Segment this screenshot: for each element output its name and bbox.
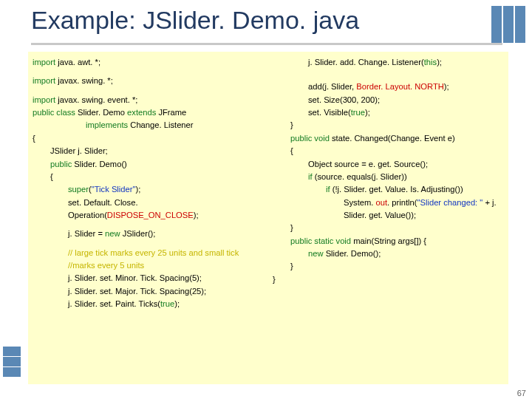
code-line: } — [273, 273, 504, 286]
code-line: new Slider. Demo(); — [273, 248, 504, 260]
code-line: import java. awt. *; — [33, 56, 264, 69]
code-line: System. out. println("Slider changed: " … — [273, 197, 504, 222]
code-line: super("Tick Slider"); — [33, 183, 264, 196]
slide: Example: JSlider. Demo. java import java… — [0, 0, 532, 399]
code-line: j. Slider = new JSlider(); — [33, 228, 264, 240]
code-line: public void state. Changed(Change. Event… — [273, 132, 504, 145]
title-underline — [31, 43, 502, 45]
code-line: public Slider. Demo() — [33, 158, 264, 171]
code-line: } — [273, 260, 504, 273]
slide-title: Example: JSlider. Demo. java — [31, 6, 359, 35]
code-line: add(j. Slider, Border. Layout. NORTH); — [273, 81, 504, 93]
code-line: // large tick marks every 25 units and s… — [33, 247, 264, 273]
code-line: j. Slider. set. Paint. Ticks(true); — [33, 298, 264, 310]
code-line: set. Size(300, 200); — [273, 94, 504, 106]
corner-decoration — [491, 6, 526, 43]
code-line: j. Slider. add. Change. Listener(this); — [273, 56, 504, 69]
code-line: if (source. equals(j. Slider)) — [273, 171, 504, 183]
code-line: } — [273, 222, 504, 234]
code-line: } — [273, 119, 504, 132]
code-line: if (!j. Slider. get. Value. Is. Adjustin… — [273, 183, 504, 196]
code-column-left: import java. awt. *;import javax. swing.… — [33, 56, 268, 380]
left-decoration — [3, 346, 21, 377]
code-line: public static void main(String args[]) { — [273, 235, 504, 248]
code-line: public class Slider. Demo extends JFrame — [33, 106, 264, 119]
code-line: implements Change. Listener — [33, 119, 264, 132]
code-column-right: j. Slider. add. Change. Listener(this);a… — [268, 56, 504, 380]
code-line: import javax. swing. *; — [33, 75, 264, 87]
code-line: j. Slider. set. Major. Tick. Spacing(25)… — [33, 285, 264, 298]
code-line: import javax. swing. event. *; — [33, 94, 264, 106]
code-line: set. Default. Close. Operation(DISPOSE_O… — [33, 197, 264, 222]
code-panel: import java. awt. *;import javax. swing.… — [28, 52, 508, 384]
page-number: 67 — [517, 389, 526, 398]
code-line: { — [33, 171, 264, 183]
code-line: { — [273, 145, 504, 157]
code-line: j. Slider. set. Minor. Tick. Spacing(5); — [33, 272, 264, 284]
code-line: Object source = e. get. Source(); — [273, 158, 504, 171]
code-line: set. Visible(true); — [273, 106, 504, 119]
code-line: { — [33, 132, 264, 145]
code-line: JSlider j. Slider; — [33, 145, 264, 157]
